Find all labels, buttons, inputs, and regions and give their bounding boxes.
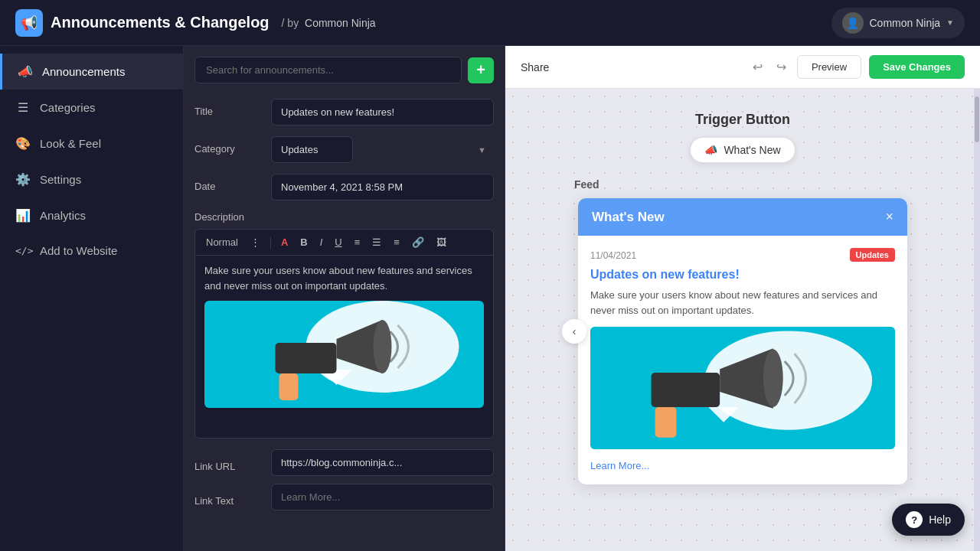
sidebar-item-categories[interactable]: ☰ Categories <box>0 90 183 126</box>
feed-body: 11/04/2021 Updates Updates on new featur… <box>578 236 907 484</box>
feed-widget: What's New × 11/04/2021 Updates Updates … <box>578 198 907 484</box>
more-styles-icon[interactable]: ⋮ <box>246 234 265 250</box>
link-text-input[interactable] <box>271 484 494 510</box>
user-menu[interactable]: 👤 Common Ninja ▼ <box>831 8 965 38</box>
svg-rect-6 <box>279 373 299 400</box>
redo-button[interactable]: ↪ <box>773 57 789 77</box>
search-input[interactable] <box>194 57 462 83</box>
svg-rect-3 <box>276 343 337 373</box>
add-announcement-button[interactable]: + <box>468 57 494 83</box>
editor-panel: + Title Category Updates Bug Fixes New F… <box>184 46 505 551</box>
sidebar-item-add-to-website[interactable]: </> Add to Website <box>0 233 183 268</box>
widget-container: Trigger Button 📣 What's New Feed ‹ What'… <box>536 112 949 484</box>
sidebar-item-settings[interactable]: ⚙️ Settings <box>0 161 183 197</box>
preview-button[interactable]: Preview <box>797 55 861 79</box>
sidebar-label-look-feel: Look & Feel <box>40 137 101 150</box>
italic-button[interactable]: I <box>315 234 328 250</box>
help-button[interactable]: ? Help <box>892 504 965 536</box>
megaphone-icon: 📣 <box>704 144 717 156</box>
trigger-button-label: Trigger Button <box>536 112 949 128</box>
unordered-list-button[interactable]: ☰ <box>368 234 386 250</box>
search-bar: + <box>184 46 505 91</box>
preview-scrollbar-thumb[interactable] <box>975 96 979 142</box>
help-label: Help <box>929 514 951 526</box>
ordered-list-button[interactable]: ≡ <box>350 234 365 250</box>
sidebar-item-look-feel[interactable]: 🎨 Look & Feel <box>0 126 183 161</box>
collapse-panel-button[interactable]: ‹ <box>562 319 586 344</box>
underline-button[interactable]: U <box>330 234 346 250</box>
announcements-icon: 📣 <box>18 64 33 79</box>
toolbar-actions: ↩ ↪ Preview Save Changes <box>750 55 965 79</box>
link-url-label: Link URL <box>194 454 263 472</box>
app-header: 📢 Announcements & Changelog / by Common … <box>0 0 980 46</box>
description-toolbar: Normal ⋮ A B I U ≡ ☰ ≡ 🔗 🖼 <box>194 229 494 255</box>
save-changes-button[interactable]: Save Changes <box>869 55 965 79</box>
toolbar-divider <box>270 236 271 249</box>
header-by: / by Common Ninja <box>282 17 376 29</box>
sidebar-item-announcements[interactable]: 📣 Announcements <box>0 54 183 90</box>
bold-button[interactable]: B <box>296 234 312 250</box>
learn-more-link[interactable]: Learn More... <box>590 460 649 471</box>
main-layout: 📣 Announcements ☰ Categories 🎨 Look & Fe… <box>0 46 980 551</box>
code-icon: </> <box>15 245 31 256</box>
preview-content: Trigger Button 📣 What's New Feed ‹ What'… <box>505 89 980 551</box>
title-input[interactable] <box>271 99 494 126</box>
help-icon: ? <box>906 511 923 528</box>
user-name-label: Common Ninja <box>870 17 941 29</box>
sidebar-item-analytics[interactable]: 📊 Analytics <box>0 197 183 233</box>
article-date: 11/04/2021 <box>590 250 636 261</box>
category-label: Category <box>194 136 263 155</box>
sidebar: 📣 Announcements ☰ Categories 🎨 Look & Fe… <box>0 46 184 551</box>
sidebar-label-add-to-website: Add to Website <box>40 244 117 257</box>
align-button[interactable]: ≡ <box>389 234 404 250</box>
article-title[interactable]: Updates on new features! <box>590 268 895 282</box>
trigger-section: Trigger Button 📣 What's New <box>536 112 949 163</box>
text-style-selector[interactable]: Normal <box>201 234 243 250</box>
article-header: 11/04/2021 Updates <box>590 248 895 262</box>
chevron-down-icon: ▼ <box>946 18 954 27</box>
app-title: Announcements & Changelog <box>51 14 270 31</box>
description-text: Make sure your users know about new feat… <box>204 263 484 293</box>
link-text-row: Link Text <box>194 484 494 510</box>
sidebar-label-analytics: Analytics <box>40 209 86 222</box>
svg-rect-10 <box>652 373 720 407</box>
link-url-row: Link URL <box>194 449 494 476</box>
header-left: 📢 Announcements & Changelog / by Common … <box>15 9 376 37</box>
share-label: Share <box>521 61 549 73</box>
categories-icon: ☰ <box>15 100 31 115</box>
feed-close-icon[interactable]: × <box>885 209 893 225</box>
date-label: Date <box>194 174 263 192</box>
user-avatar: 👤 <box>842 12 864 34</box>
font-color-icon[interactable]: A <box>276 234 292 250</box>
settings-icon: ⚙️ <box>15 172 31 187</box>
category-select-wrapper: Updates Bug Fixes New Features General ▼ <box>271 136 494 163</box>
article-image <box>590 327 895 449</box>
link-text-label: Link Text <box>194 488 263 507</box>
preview-scrollbar-track[interactable] <box>974 89 980 551</box>
article-badge: Updates <box>850 248 895 262</box>
date-input[interactable] <box>271 174 494 201</box>
category-select[interactable]: Updates Bug Fixes New Features General <box>271 136 353 163</box>
undo-button[interactable]: ↩ <box>750 57 766 77</box>
category-row: Category Updates Bug Fixes New Features … <box>194 136 494 163</box>
link-url-input[interactable] <box>271 449 494 476</box>
sidebar-label-settings: Settings <box>40 173 81 186</box>
feed-header-title: What's New <box>592 210 665 225</box>
description-editor[interactable]: Make sure your users know about new feat… <box>194 255 494 439</box>
image-button[interactable]: 🖼 <box>432 234 451 250</box>
feed-label: Feed <box>574 178 911 191</box>
look-feel-icon: 🎨 <box>15 136 31 151</box>
announcement-image <box>204 301 484 408</box>
header-right: 👤 Common Ninja ▼ <box>831 8 965 38</box>
feed-header: What's New × <box>578 198 907 236</box>
title-label: Title <box>194 99 263 117</box>
svg-point-12 <box>763 349 783 407</box>
trigger-button[interactable]: 📣 What's New <box>690 137 795 163</box>
preview-toolbar: Share ↩ ↪ Preview Save Changes <box>505 46 980 89</box>
app-logo-icon: 📢 <box>15 9 43 37</box>
article-description: Make sure your users know about new feat… <box>590 288 895 318</box>
link-button[interactable]: 🔗 <box>407 234 429 250</box>
description-label: Description <box>194 211 494 223</box>
form-content: Title Category Updates Bug Fixes New Fea… <box>184 91 505 551</box>
date-row: Date <box>194 174 494 201</box>
